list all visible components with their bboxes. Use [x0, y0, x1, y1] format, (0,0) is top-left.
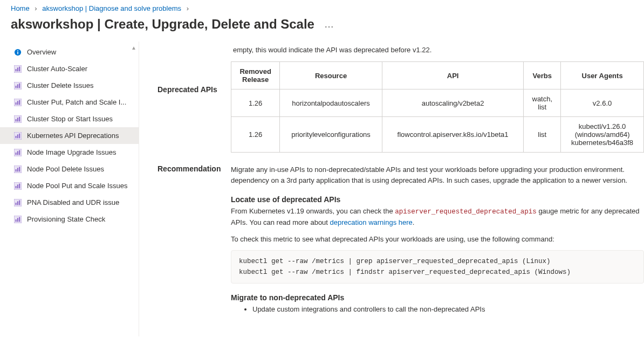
locate-heading: Locate use of deprecated APIs: [231, 195, 644, 204]
bar-chart-icon: [14, 132, 22, 140]
recommendation-text: Migrate any in-use APIs to non-deprecate…: [231, 164, 644, 185]
bar-chart-icon: [14, 182, 22, 190]
sidebar-item-label: Cluster Put, Patch and Scale I...: [27, 98, 126, 106]
bar-chart-icon: [14, 115, 22, 123]
sidebar-item-node-pool-delete[interactable]: Node Pool Delete Issues: [0, 161, 139, 177]
sidebar-item-label: Cluster Auto-Scaler: [27, 65, 87, 73]
chevron-right-icon: ›: [183, 4, 192, 12]
bar-chart-icon: [14, 65, 22, 73]
recommendation-label: Recommendation: [157, 164, 231, 173]
svg-rect-5: [17, 67, 18, 71]
page-title: aksworkshop | Create, Upgrade, Delete an…: [11, 17, 314, 32]
migrate-bullet: Update custom integrations and controlle…: [252, 305, 644, 313]
svg-rect-20: [16, 136, 17, 138]
sidebar-item-cluster-delete-issues[interactable]: Cluster Delete Issues: [0, 77, 139, 94]
sidebar-item-label: Cluster Stop or Start Issues: [27, 115, 113, 123]
svg-rect-29: [17, 168, 18, 171]
table-row: 1.26 prioritylevelconfigurations flowcon…: [231, 117, 644, 153]
bar-chart-icon: [14, 165, 22, 173]
sidebar-item-provisioning-state[interactable]: Provisioning State Check: [0, 211, 139, 227]
bar-chart-icon: [14, 149, 22, 156]
collapse-icon[interactable]: ▲: [131, 45, 136, 51]
deprecated-apis-table: Removed Release Resource API Verbs User …: [231, 61, 644, 153]
svg-rect-16: [16, 119, 17, 121]
svg-rect-32: [16, 186, 17, 188]
sidebar-item-label: Node Pool Delete Issues: [27, 165, 104, 173]
svg-rect-14: [19, 100, 20, 105]
main-content: empty, this would indicate the API was d…: [139, 42, 644, 336]
svg-rect-37: [17, 201, 18, 205]
cell-api: flowcontrol.apiserver.k8s.io/v1beta1: [382, 117, 524, 153]
metric-code: apiserver_requested_deprecated_apis: [395, 208, 537, 216]
svg-rect-30: [19, 167, 20, 171]
bar-chart-icon: [14, 82, 22, 89]
cell-verbs: list: [524, 117, 561, 153]
deprecation-warnings-link[interactable]: deprecation warnings here: [330, 218, 413, 226]
svg-rect-33: [17, 184, 18, 188]
svg-rect-18: [19, 116, 20, 121]
svg-rect-22: [19, 133, 20, 138]
cell-release: 1.26: [231, 89, 280, 117]
svg-rect-1: [17, 51, 18, 54]
svg-rect-36: [16, 203, 17, 205]
svg-rect-26: [19, 150, 20, 155]
more-button[interactable]: …: [324, 19, 334, 30]
sidebar-item-label: PNA Disabled and UDR issue: [27, 198, 119, 206]
sidebar: ▲ Overview Cluster Auto-Scaler Cluster D…: [0, 42, 139, 336]
sidebar-item-label: Node Pool Put and Scale Issues: [27, 182, 127, 190]
bar-chart-icon: [14, 216, 22, 223]
sidebar-item-label: Kubernetes API Deprecations: [27, 132, 119, 140]
svg-rect-38: [19, 200, 20, 205]
svg-rect-2: [17, 50, 18, 51]
breadcrumb-home[interactable]: Home: [11, 4, 30, 12]
sidebar-item-node-pool-put-scale[interactable]: Node Pool Put and Scale Issues: [0, 177, 139, 194]
sidebar-item-label: Provisioning State Check: [27, 215, 105, 223]
bar-chart-icon: [14, 199, 22, 206]
sidebar-item-cluster-auto-scaler[interactable]: Cluster Auto-Scaler: [0, 60, 139, 77]
check-metric-paragraph: To check this metric to see what depreca…: [231, 234, 644, 245]
command-codeblock: kubectl get --raw /metrics | grep apiser…: [231, 250, 644, 284]
sidebar-item-cluster-put-patch-scale[interactable]: Cluster Put, Patch and Scale I...: [0, 94, 139, 111]
breadcrumb-diagnose[interactable]: aksworkshop | Diagnose and solve problem…: [42, 4, 181, 12]
svg-rect-4: [16, 69, 17, 71]
cell-resource: prioritylevelconfigurations: [280, 117, 382, 153]
svg-rect-9: [17, 84, 18, 88]
svg-rect-8: [16, 86, 17, 88]
migrate-heading: Migrate to non-deprecated APIs: [231, 293, 644, 302]
svg-rect-12: [16, 102, 17, 105]
sidebar-item-label: Node Image Upgrade Issues: [27, 148, 116, 156]
svg-rect-17: [17, 118, 18, 121]
sidebar-item-node-image-upgrade[interactable]: Node Image Upgrade Issues: [0, 144, 139, 161]
table-row: 1.26 horizontalpodautoscalers autoscalin…: [231, 89, 644, 117]
th-resource: Resource: [280, 62, 382, 89]
intro-paragraph: empty, this would indicate the API was d…: [233, 46, 644, 54]
sidebar-item-label: Overview: [27, 48, 56, 56]
chevron-right-icon: ›: [31, 4, 40, 12]
svg-rect-42: [19, 217, 20, 222]
cell-resource: horizontalpodautoscalers: [280, 89, 382, 117]
svg-rect-10: [19, 83, 20, 88]
svg-rect-28: [16, 169, 17, 171]
sidebar-overview[interactable]: Overview: [0, 44, 139, 60]
svg-rect-25: [17, 151, 18, 155]
cell-api: autoscaling/v2beta2: [382, 89, 524, 117]
deprecated-apis-label: Deprecated APIs: [157, 61, 223, 94]
sidebar-item-cluster-stop-start[interactable]: Cluster Stop or Start Issues: [0, 111, 139, 127]
svg-rect-24: [16, 153, 17, 155]
svg-rect-34: [19, 183, 20, 188]
svg-rect-41: [17, 218, 18, 222]
bar-chart-icon: [14, 99, 22, 106]
cell-ua: v2.6.0: [561, 89, 644, 117]
sidebar-item-label: Cluster Delete Issues: [27, 81, 94, 89]
svg-rect-13: [17, 101, 18, 105]
th-verbs: Verbs: [524, 62, 561, 89]
cell-release: 1.26: [231, 117, 280, 153]
sidebar-item-k8s-api-deprecations[interactable]: Kubernetes API Deprecations: [0, 127, 139, 144]
sidebar-item-pna-disabled-udr[interactable]: PNA Disabled and UDR issue: [0, 194, 139, 211]
svg-rect-40: [16, 219, 17, 222]
cell-ua: kubectl/v1.26.0 (windows/amd64) kubernet…: [561, 117, 644, 153]
th-user-agents: User Agents: [561, 62, 644, 89]
svg-rect-21: [17, 134, 18, 138]
cell-verbs: watch, list: [524, 89, 561, 117]
breadcrumb: Home › aksworkshop | Diagnose and solve …: [0, 0, 644, 15]
